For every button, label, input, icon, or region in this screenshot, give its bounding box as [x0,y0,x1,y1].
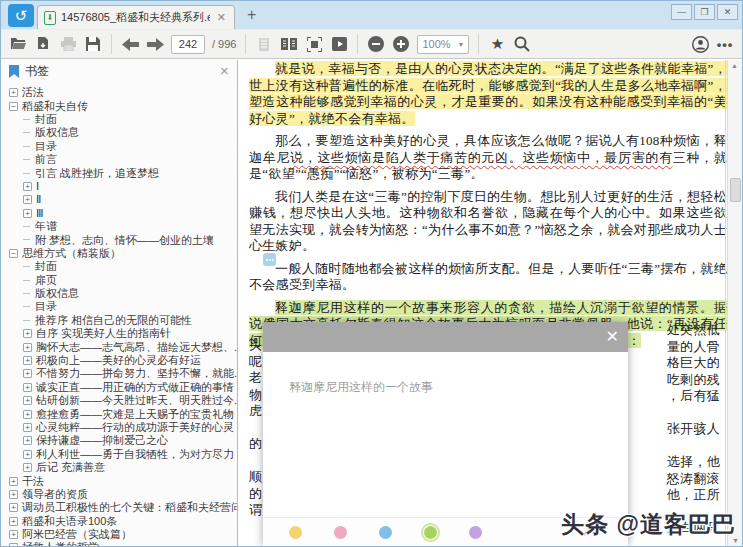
expand-icon[interactable]: + [9,530,18,539]
more-icon[interactable]: ••• [716,35,734,53]
popup-note-text[interactable]: 释迦摩尼用这样的一个故事 [289,379,433,396]
bookmark-tree-item[interactable]: 推荐序 相信自己的无限的可能性 [1,314,237,327]
scrollbar-thumb[interactable] [730,178,741,202]
open-folder-icon[interactable] [9,35,27,53]
bookmark-star-icon[interactable]: ★ [488,35,506,53]
bookmark-tree-item[interactable]: −稻盛和夫自传 [1,99,237,112]
bookmark-tree-item[interactable]: +愈挫愈勇——灾难是上天赐予的宝贵礼物 [1,407,237,420]
expand-icon[interactable]: + [23,383,32,392]
annotation-note-icon[interactable] [263,253,276,266]
popup-header[interactable]: ✕ [263,322,628,352]
expand-icon[interactable]: + [23,195,32,204]
maximize-button[interactable]: ❐ [694,4,715,20]
bookmark-tree-item[interactable]: 前言 [1,153,237,166]
bookmark-tree-item[interactable]: 目录 [1,300,237,313]
expand-icon[interactable]: + [9,543,18,546]
bookmark-tree-item[interactable]: 年谱 [1,220,237,233]
bookmark-tree-item[interactable]: +领导者的资质 [1,488,237,501]
expand-icon[interactable]: + [9,503,18,512]
expand-icon[interactable]: + [23,329,32,338]
bookmark-tree-item[interactable]: +保持谦虚——抑制爱己之心 [1,434,237,447]
bookmark-tree-item[interactable]: +拯救人类的哲学 [1,541,237,546]
user-icon[interactable] [691,35,709,53]
sidebar-close-icon[interactable]: ✕ [220,65,229,78]
scroll-up-icon[interactable]: ▲ [731,62,738,69]
new-tab-button[interactable]: + [247,7,256,23]
bookmark-tree-item[interactable]: +后记 充满善意 [1,461,237,474]
bookmark-tree-item[interactable]: +稻盛和夫语录100条 [1,515,237,528]
page-number-input[interactable] [171,35,205,54]
highlight-color-pink[interactable] [334,526,347,539]
bookmark-tree-item[interactable]: +心灵纯粹——行动的成功源于美好的心灵 [1,421,237,434]
document-tab[interactable]: ⬇ 14576805_稻盛和夫经典系列.epub ✕ [37,5,235,29]
bookmark-tree-item[interactable]: +积极向上——美好的心灵必有好运 [1,354,237,367]
bookmark-tree-item[interactable]: 封面 [1,113,237,126]
bookmark-tree-item[interactable]: +自序 实现美好人生的指南针 [1,327,237,340]
collapse-icon[interactable]: − [9,249,18,258]
bookmark-tree-item[interactable]: +利人利世——勇于自我牺牲，为对方尽力 [1,448,237,461]
expand-icon[interactable]: + [23,343,32,352]
presentation-icon[interactable] [330,35,348,53]
expand-icon[interactable]: + [23,450,32,459]
bookmark-tree-item[interactable]: 附 梦想、志向、情怀——创业的土壤 [1,233,237,246]
expand-icon[interactable]: + [9,477,18,486]
bookmark-tree-item[interactable]: 封面 [1,260,237,273]
back-icon[interactable] [121,35,139,53]
bookmark-tree-item[interactable]: 扉页 [1,273,237,286]
forward-icon[interactable] [146,35,164,53]
highlight-color-blue[interactable] [379,526,392,539]
bookmark-tree-item[interactable]: +胸怀大志——志气高昂、描绘远大梦想、... [1,340,237,353]
expand-icon[interactable]: + [9,517,18,526]
bookmark-tree-item[interactable]: +干法 [1,474,237,487]
highlight-color-purple[interactable] [469,526,482,539]
fullscreen-icon[interactable] [305,35,323,53]
zoom-in-icon[interactable] [392,35,410,53]
bookmark-tree-item[interactable]: +Ⅰ [1,180,237,193]
vertical-scrollbar[interactable]: ▲ ▼ [727,60,742,546]
single-page-icon[interactable] [255,35,273,53]
bookmark-label: 拯救人类的哲学 [22,541,99,546]
expand-icon[interactable]: + [23,423,32,432]
bookmark-tree-item[interactable]: +调动员工积极性的七个关键：稻盛和夫经营问... [1,501,237,514]
zoom-select[interactable]: 100% ▼ [417,35,469,54]
tab-close-icon[interactable]: ✕ [215,11,228,24]
expand-icon[interactable]: + [23,209,32,218]
close-button[interactable]: ✕ [717,4,738,20]
bookmark-tree-item[interactable]: 版权信息 [1,287,237,300]
bookmark-tree-item[interactable]: +Ⅲ [1,207,237,220]
popup-close-icon[interactable]: ✕ [606,327,619,347]
expand-icon[interactable]: + [23,356,32,365]
bookmark-tree-item[interactable]: +阿米巴经营（实战篇） [1,528,237,541]
minimize-button[interactable]: — [671,4,692,20]
app-logo-icon[interactable]: ↺ [8,4,34,27]
expand-icon[interactable]: + [23,436,32,445]
expand-icon[interactable]: + [9,88,18,97]
bookmark-label: 阿米巴经营（实战篇） [22,528,132,541]
print-icon[interactable] [59,35,77,53]
bookmark-tree-item[interactable]: +钻研创新——今天胜过昨天、明天胜过今... [1,394,237,407]
bookmark-tree-item[interactable]: 引言 战胜挫折，追逐梦想 [1,166,237,179]
popup-body[interactable]: 释迦摩尼用这样的一个故事 [263,352,628,517]
bookmark-tree-item[interactable]: +Ⅱ [1,193,237,206]
bookmark-tree-item[interactable]: 版权信息 [1,126,237,139]
bookmark-tree-item[interactable]: +诚实正直——用正确的方式做正确的事情 [1,381,237,394]
book-view-icon[interactable] [280,35,298,53]
tree-leaf-mark [23,119,30,120]
zoom-out-icon[interactable] [367,35,385,53]
bookmark-tree-item[interactable]: −思维方式（精装版） [1,247,237,260]
expand-icon[interactable]: + [23,463,32,472]
save-as-icon[interactable] [34,35,52,53]
collapse-icon[interactable]: − [9,102,18,111]
expand-icon[interactable]: + [23,410,32,419]
expand-icon[interactable]: + [23,396,32,405]
bookmark-tree-item[interactable]: +不惜努力——拼命努力、坚持不懈，就能... [1,367,237,380]
highlight-color-green[interactable] [424,526,437,539]
expand-icon[interactable]: + [9,490,18,499]
expand-icon[interactable]: + [23,182,32,191]
save-icon[interactable] [84,35,102,53]
expand-icon[interactable]: + [23,369,32,378]
highlight-color-yellow[interactable] [289,526,302,539]
search-icon[interactable] [513,35,531,53]
bookmark-tree-item[interactable]: +活法 [1,86,237,99]
bookmark-tree-item[interactable]: 目录 [1,140,237,153]
